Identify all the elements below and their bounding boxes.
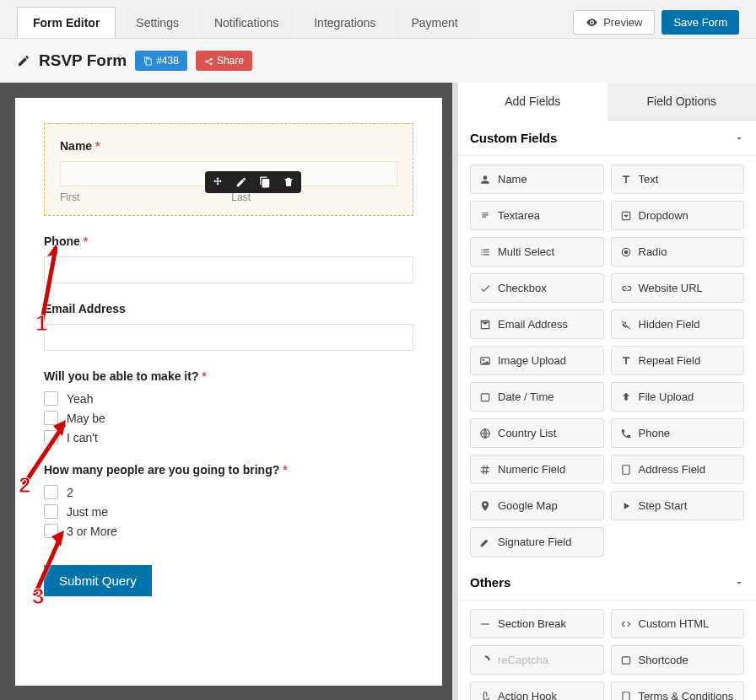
form-canvas[interactable]: Name * First Last Phone * Email Addr — [15, 98, 442, 686]
map-icon — [479, 500, 491, 512]
phone-icon — [620, 428, 632, 439]
edit-icon[interactable] — [235, 176, 247, 188]
field-type-numeric-field[interactable]: Numeric Field — [470, 455, 604, 484]
field-type-date-time[interactable]: Date / Time — [470, 382, 604, 412]
field-type-text[interactable]: Text — [611, 164, 745, 194]
field-type-name[interactable]: Name — [470, 164, 604, 194]
email-input[interactable] — [44, 324, 413, 351]
option-justme: Just me — [44, 504, 413, 519]
main-area: Name * First Last Phone * Email Addr — [0, 83, 756, 700]
custom-fields-header[interactable]: Custom Fields — [458, 121, 756, 156]
svg-rect-8 — [481, 623, 489, 624]
others-grid: Section BreakCustom HTMLreCaptchaShortco… — [458, 600, 756, 700]
tab-integrations[interactable]: Integrations — [299, 8, 391, 38]
check-icon — [479, 283, 491, 294]
option-maybe: May be — [44, 411, 413, 425]
field-name[interactable]: Name * First Last — [44, 123, 413, 216]
hidden-icon — [620, 319, 632, 331]
svg-rect-9 — [622, 656, 629, 663]
field-type-email-address[interactable]: Email Address — [470, 310, 604, 339]
minus-icon — [479, 618, 491, 630]
list-icon — [479, 246, 491, 258]
field-type-recaptcha: reCaptcha — [470, 645, 604, 675]
option-2: 2 — [44, 485, 413, 499]
form-id-badge[interactable]: #438 — [135, 51, 187, 71]
right-panel: Add Fields Field Options Custom Fields N… — [457, 83, 756, 700]
annotation-1: 1 — [35, 310, 47, 337]
hash-icon — [479, 464, 491, 476]
tab-settings[interactable]: Settings — [121, 8, 194, 38]
field-type-dropdown[interactable]: Dropdown — [611, 201, 745, 230]
option-3ormore: 3 or More — [44, 524, 413, 538]
svg-rect-10 — [622, 692, 629, 700]
globe-icon — [479, 428, 491, 439]
scrollbar[interactable] — [452, 83, 457, 700]
field-type-file-upload[interactable]: File Upload — [611, 382, 745, 412]
url-icon — [620, 283, 632, 294]
option-cant: I can't — [44, 430, 413, 444]
field-phone[interactable]: Phone * — [44, 234, 413, 283]
trash-icon[interactable] — [283, 176, 294, 188]
phone-input[interactable] — [44, 256, 413, 283]
field-type-google-map[interactable]: Google Map — [470, 491, 604, 520]
field-type-checkbox[interactable]: Checkbox — [470, 273, 604, 303]
field-type-action-hook[interactable]: Action Hook — [470, 681, 604, 700]
custom-fields-grid: NameTextTextareaDropdownMulti SelectRadi… — [458, 156, 756, 565]
duplicate-icon[interactable] — [259, 176, 271, 188]
tab-field-options[interactable]: Field Options — [608, 83, 757, 121]
field-type-website-url[interactable]: Website URL — [611, 273, 745, 303]
tab-payment[interactable]: Payment — [396, 8, 472, 38]
field-type-country-list[interactable]: Country List — [470, 418, 604, 448]
field-type-multi-select[interactable]: Multi Select — [470, 237, 604, 267]
field-type-custom-html[interactable]: Custom HTML — [611, 609, 745, 638]
field-type-signature-field[interactable]: Signature Field — [470, 527, 604, 557]
para-icon — [479, 210, 491, 222]
dd-icon — [620, 210, 632, 222]
addr-icon — [620, 464, 632, 476]
eye-icon — [586, 16, 598, 29]
user-icon — [479, 174, 491, 186]
field-bring[interactable]: How many people are you going to bring? … — [44, 463, 413, 538]
form-title: RSVP Form — [39, 51, 127, 70]
field-type-hidden-field[interactable]: Hidden Field — [611, 310, 745, 339]
tab-form-editor[interactable]: Form Editor — [17, 7, 116, 38]
share-button[interactable]: Share — [196, 51, 252, 71]
field-type-step-start[interactable]: Step Start — [611, 491, 745, 520]
annotation-3: 3 — [32, 584, 44, 610]
text-icon — [620, 174, 632, 186]
others-header[interactable]: Others — [458, 565, 756, 600]
save-form-button[interactable]: Save Form — [662, 10, 739, 35]
tab-add-fields[interactable]: Add Fields — [458, 83, 608, 121]
field-attend[interactable]: Will you be able to make it? * Yeah May … — [44, 369, 413, 444]
field-type-terms-conditions[interactable]: Terms & Conditions — [611, 681, 745, 700]
name-sub-first: First — [60, 191, 79, 203]
name-sub-last: Last — [231, 191, 251, 203]
repeat-icon — [620, 355, 632, 367]
field-type-textarea[interactable]: Textarea — [470, 201, 604, 230]
annotation-2: 2 — [19, 472, 30, 498]
html-icon — [620, 618, 632, 630]
field-type-address-field[interactable]: Address Field — [611, 455, 745, 484]
file-icon — [620, 391, 632, 403]
move-icon[interactable] — [212, 176, 224, 188]
hook-icon — [479, 691, 491, 701]
svg-point-2 — [624, 250, 628, 254]
title-row: RSVP Form #438 Share — [0, 38, 756, 83]
copy-icon — [143, 57, 153, 66]
preview-button[interactable]: Preview — [573, 10, 655, 35]
field-type-section-break[interactable]: Section Break — [470, 609, 604, 638]
field-type-radio[interactable]: Radio — [611, 237, 745, 267]
date-icon — [479, 391, 491, 403]
recap-icon — [479, 654, 491, 666]
field-type-image-upload[interactable]: Image Upload — [470, 346, 604, 375]
field-type-shortcode[interactable]: Shortcode — [611, 645, 745, 675]
field-email[interactable]: Email Address — [44, 302, 413, 351]
field-type-repeat-field[interactable]: Repeat Field — [611, 346, 745, 375]
name-label: Name * — [60, 139, 397, 153]
tab-notifications[interactable]: Notifications — [199, 8, 294, 38]
mail-icon — [479, 319, 491, 331]
pencil-icon[interactable] — [17, 54, 30, 67]
step-icon — [620, 500, 632, 512]
field-type-phone[interactable]: Phone — [611, 418, 745, 448]
option-yeah: Yeah — [44, 391, 413, 406]
